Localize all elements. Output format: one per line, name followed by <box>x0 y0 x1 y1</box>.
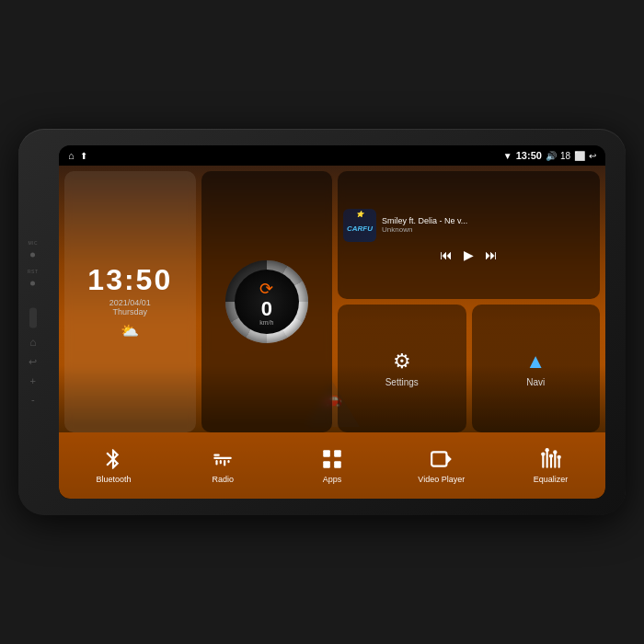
settings-icon: ⚙ <box>393 350 411 374</box>
music-logo: ⭐ CARFU <box>343 209 376 242</box>
power-button[interactable] <box>29 308 37 328</box>
svg-rect-14 <box>549 457 551 468</box>
bluetooth-label: Bluetooth <box>96 475 131 484</box>
navi-widget[interactable]: ▲ Navi <box>472 305 601 432</box>
svg-point-19 <box>548 454 552 458</box>
svg-marker-11 <box>446 454 451 465</box>
svg-rect-7 <box>334 450 341 457</box>
app-item-apps[interactable]: Apps <box>281 436 385 495</box>
screen-icon: ⬜ <box>574 151 585 161</box>
clock-time: 13:50 <box>87 265 172 294</box>
home-icon[interactable]: ⌂ <box>68 150 75 161</box>
radio-icon <box>211 447 235 471</box>
status-bar: ⌂ ⬆ ▼ 13:50 🔊 18 ⬜ ↩ <box>59 145 605 166</box>
svg-rect-15 <box>554 454 556 468</box>
side-controls: MIC RST ⌂ ↩ + - <box>28 240 39 405</box>
status-time: 13:50 <box>516 150 542 161</box>
svg-rect-0 <box>213 457 232 459</box>
app-bar: Bluetooth Radio <box>59 432 605 499</box>
svg-point-20 <box>553 450 557 454</box>
music-controls: ⏮ ▶ ⏭ <box>343 247 594 262</box>
music-widget[interactable]: ⭐ CARFU Smiley ft. Delia - Ne v... Unkno… <box>338 171 600 299</box>
rst-label: RST <box>28 269 39 274</box>
back-side-icon[interactable]: ↩ <box>29 356 37 368</box>
volume-level: 18 <box>560 151 570 161</box>
rst-dot <box>30 282 35 286</box>
clock-day: Thursday <box>112 307 147 316</box>
svg-rect-8 <box>323 461 330 468</box>
app-item-bluetooth[interactable]: Bluetooth <box>62 436 166 495</box>
apps-icon <box>320 447 344 471</box>
music-info: Smiley ft. Delia - Ne v... Unknown <box>382 216 594 234</box>
svg-rect-13 <box>546 451 547 467</box>
speedo-value: 0 <box>261 299 272 319</box>
speedo-unit: km/h <box>259 319 273 326</box>
clock-widget[interactable]: 13:50 2021/04/01 Thursday ⛅ <box>64 171 196 432</box>
svg-rect-16 <box>558 458 559 468</box>
svg-rect-9 <box>334 461 341 468</box>
clock-date: 2021/04/01 <box>109 298 151 307</box>
weather-icon: ⛅ <box>121 322 139 339</box>
app-item-equalizer[interactable]: Equalizer <box>499 436 603 495</box>
vol-up-icon[interactable]: + <box>30 375 36 386</box>
mic-label: MIC <box>28 240 38 246</box>
back-icon[interactable]: ↩ <box>589 151 596 161</box>
screen: ⌂ ⬆ ▼ 13:50 🔊 18 ⬜ ↩ <box>59 145 605 499</box>
svg-rect-2 <box>220 460 222 464</box>
navi-icon: ▲ <box>525 350 546 374</box>
speedo-needle-icon: ⟳ <box>259 279 273 299</box>
car-head-unit: MIC RST ⌂ ↩ + - ⌂ ⬆ ▼ 13:50 🔊 18 ⬜ ↩ <box>18 129 626 515</box>
radio-label: Radio <box>212 475 234 484</box>
navi-label: Navi <box>526 377 545 387</box>
music-logo-badge: ⭐ <box>356 211 364 218</box>
app-item-video[interactable]: Video Player <box>389 436 493 495</box>
settings-navi-row: ⚙ Settings ▲ Navi <box>338 305 600 432</box>
volume-icon: 🔊 <box>546 151 557 161</box>
app-item-radio[interactable]: Radio <box>171 436 275 495</box>
nav-icon[interactable]: ⬆ <box>80 151 87 161</box>
svg-rect-12 <box>542 455 544 468</box>
apps-label: Apps <box>323 475 342 484</box>
music-title: Smiley ft. Delia - Ne v... <box>382 216 492 225</box>
home-side-icon[interactable]: ⌂ <box>29 336 36 349</box>
speedometer-widget[interactable]: ⟳ 0 km/h <box>201 171 333 432</box>
vol-down-icon[interactable]: - <box>31 394 35 405</box>
svg-rect-3 <box>224 460 225 466</box>
music-prev-button[interactable]: ⏮ <box>440 247 453 262</box>
svg-rect-5 <box>213 454 220 456</box>
equalizer-label: Equalizer <box>534 475 569 484</box>
svg-point-17 <box>541 452 545 455</box>
speedo-circle: ⟳ 0 km/h <box>225 260 308 343</box>
settings-widget[interactable]: ⚙ Settings <box>338 305 466 432</box>
speedo-inner: ⟳ 0 km/h <box>235 270 299 334</box>
main-screen: 🚗 13:50 2021/04/01 Thursday ⛅ <box>59 166 605 499</box>
svg-point-21 <box>557 455 560 459</box>
music-play-button[interactable]: ▶ <box>464 247 474 262</box>
svg-rect-6 <box>323 450 330 457</box>
svg-rect-10 <box>431 452 446 466</box>
music-logo-text: CARFU <box>347 224 373 233</box>
bluetooth-icon <box>101 447 125 471</box>
equalizer-icon <box>539 447 563 471</box>
clock-weather: ⛅ <box>121 322 139 339</box>
svg-point-18 <box>545 448 548 452</box>
signal-icon: ▼ <box>503 151 512 161</box>
music-artist: Unknown <box>382 225 594 234</box>
video-icon <box>430 447 454 471</box>
svg-rect-1 <box>216 460 218 465</box>
music-next-button[interactable]: ⏭ <box>485 247 498 262</box>
music-top: ⭐ CARFU Smiley ft. Delia - Ne v... Unkno… <box>343 209 594 242</box>
video-label: Video Player <box>418 475 465 484</box>
widgets-grid: 13:50 2021/04/01 Thursday ⛅ ⟳ 0 km/h <box>64 171 600 432</box>
settings-label: Settings <box>385 377 419 387</box>
svg-rect-4 <box>228 460 230 463</box>
mic-dot <box>30 253 35 258</box>
